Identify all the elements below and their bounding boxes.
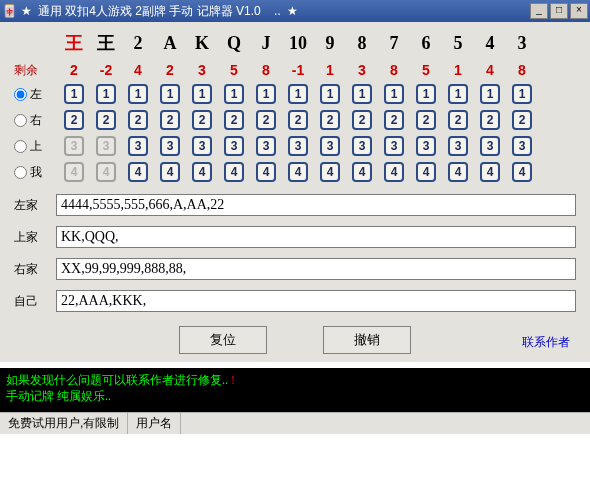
count-button[interactable]: 1 (416, 84, 436, 104)
count-button[interactable]: 3 (416, 136, 436, 156)
count-button[interactable]: 2 (256, 110, 276, 130)
count-button[interactable]: 2 (96, 110, 116, 130)
card-header-cell: A (154, 33, 186, 54)
reset-button[interactable]: 复位 (179, 326, 267, 354)
card-header-cell: 6 (410, 33, 442, 54)
status-trial: 免费试用用户,有限制 (0, 413, 128, 434)
status-username-label: 用户名 (128, 413, 181, 434)
count-button[interactable]: 3 (352, 136, 372, 156)
count-button[interactable]: 4 (512, 162, 532, 182)
player-input[interactable] (56, 194, 576, 216)
row-radio-label[interactable]: 左 (14, 86, 58, 103)
player-input[interactable] (56, 226, 576, 248)
row-radio-label[interactable]: 我 (14, 164, 58, 181)
count-button[interactable]: 4 (448, 162, 468, 182)
count-button[interactable]: 3 (160, 136, 180, 156)
card-header-cell: 7 (378, 33, 410, 54)
row-radio-label[interactable]: 右 (14, 112, 58, 129)
card-header-row: 王王2AKQJ109876543 (14, 32, 576, 54)
count-button[interactable]: 3 (448, 136, 468, 156)
player-input[interactable] (56, 258, 576, 280)
count-button[interactable]: 4 (192, 162, 212, 182)
player-row: 左家 (14, 194, 576, 216)
count-button[interactable]: 4 (288, 162, 308, 182)
card-header-cell: 2 (122, 33, 154, 54)
count-button[interactable]: 2 (480, 110, 500, 130)
remaining-cell: 8 (250, 62, 282, 78)
count-button[interactable]: 4 (128, 162, 148, 182)
count-button[interactable]: 1 (288, 84, 308, 104)
button-row: 复位 撤销 联系作者 (14, 326, 576, 354)
count-button[interactable]: 1 (448, 84, 468, 104)
count-button[interactable]: 3 (224, 136, 244, 156)
count-button[interactable]: 2 (224, 110, 244, 130)
card-header-cell: 王 (58, 31, 90, 55)
row-radio[interactable] (14, 140, 27, 153)
count-button[interactable]: 1 (320, 84, 340, 104)
count-button[interactable]: 2 (352, 110, 372, 130)
count-button[interactable]: 4 (160, 162, 180, 182)
card-header-cell: K (186, 33, 218, 54)
count-button[interactable]: 3 (288, 136, 308, 156)
remaining-cell: 8 (506, 62, 538, 78)
count-button[interactable]: 3 (480, 136, 500, 156)
count-button[interactable]: 1 (160, 84, 180, 104)
remaining-cell: 5 (410, 62, 442, 78)
count-button[interactable]: 1 (224, 84, 244, 104)
count-button[interactable]: 3 (256, 136, 276, 156)
count-button[interactable]: 1 (64, 84, 84, 104)
count-button[interactable]: 1 (128, 84, 148, 104)
remaining-label: 剩余 (14, 62, 58, 79)
row-radio-label[interactable]: 上 (14, 138, 58, 155)
contact-author-link[interactable]: 联系作者 (522, 334, 570, 351)
count-button[interactable]: 2 (64, 110, 84, 130)
count-button[interactable]: 2 (512, 110, 532, 130)
count-button[interactable]: 1 (256, 84, 276, 104)
count-button[interactable]: 4 (352, 162, 372, 182)
remaining-cell: 1 (314, 62, 346, 78)
count-button[interactable]: 1 (96, 84, 116, 104)
count-button[interactable]: 3 (192, 136, 212, 156)
count-button[interactable]: 4 (256, 162, 276, 182)
count-button[interactable]: 3 (512, 136, 532, 156)
undo-button[interactable]: 撤销 (323, 326, 411, 354)
player-label: 自己 (14, 293, 56, 310)
close-button[interactable]: × (570, 3, 588, 19)
count-button[interactable]: 2 (320, 110, 340, 130)
count-button[interactable]: 2 (128, 110, 148, 130)
row-radio[interactable] (14, 114, 27, 127)
count-button[interactable]: 1 (512, 84, 532, 104)
count-button[interactable]: 4 (480, 162, 500, 182)
remaining-cell: 4 (122, 62, 154, 78)
count-button[interactable]: 1 (352, 84, 372, 104)
player-input[interactable] (56, 290, 576, 312)
row-radio[interactable] (14, 166, 27, 179)
row-radio[interactable] (14, 88, 27, 101)
count-button[interactable]: 3 (320, 136, 340, 156)
remaining-cell: 8 (378, 62, 410, 78)
count-button[interactable]: 4 (224, 162, 244, 182)
card-header-cell: 9 (314, 33, 346, 54)
count-button[interactable]: 2 (384, 110, 404, 130)
count-button[interactable]: 1 (192, 84, 212, 104)
card-header-cell: 8 (346, 33, 378, 54)
main-panel: 王王2AKQJ109876543 剩余 2-242358-11385148 左1… (0, 22, 590, 362)
count-button[interactable]: 2 (448, 110, 468, 130)
count-button[interactable]: 2 (288, 110, 308, 130)
card-header-cell: 王 (90, 31, 122, 55)
remaining-cell: 1 (442, 62, 474, 78)
count-button[interactable]: 1 (384, 84, 404, 104)
count-button[interactable]: 2 (416, 110, 436, 130)
count-button[interactable]: 3 (384, 136, 404, 156)
card-header-cell: 3 (506, 33, 538, 54)
count-button[interactable]: 4 (416, 162, 436, 182)
maximize-button[interactable]: □ (550, 3, 568, 19)
count-button[interactable]: 4 (384, 162, 404, 182)
count-button[interactable]: 3 (128, 136, 148, 156)
count-row: 右222222222222222 (14, 108, 576, 132)
count-button[interactable]: 2 (192, 110, 212, 130)
count-button[interactable]: 4 (320, 162, 340, 182)
count-button[interactable]: 1 (480, 84, 500, 104)
count-button[interactable]: 2 (160, 110, 180, 130)
minimize-button[interactable]: _ (530, 3, 548, 19)
